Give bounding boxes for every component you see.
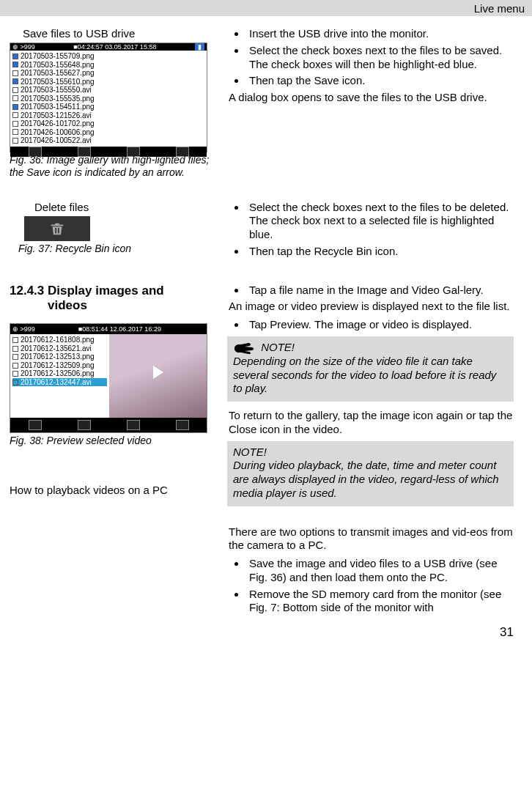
checkbox-icon (12, 87, 18, 93)
file-name: 20170426-101702.png (21, 119, 95, 128)
sec1-after-text: A dialog box opens to save the files to … (229, 91, 514, 105)
file-name: 20170612-132509.png (21, 361, 95, 370)
file-row: 20170426-100606.png (12, 128, 107, 137)
note2-label: NOTE! (233, 446, 267, 458)
status-right: ▮ (195, 43, 204, 51)
fig37-bin (24, 216, 90, 241)
list-item: Insert the USB drive into the monitor. (246, 27, 514, 41)
file-name: 20170612-132513.png (21, 352, 95, 361)
select-all-icon (29, 420, 42, 430)
status-mid: ■08:51:44 12.06.2017 16:29 (35, 325, 204, 333)
fig38-file-list: 20170612-161808.png20170612-135621.avi20… (10, 334, 109, 418)
status-left: ⊕ >999 (12, 325, 35, 333)
fig37-caption: Fig. 37: Recycle Bin icon (10, 243, 210, 255)
checkbox-icon (12, 337, 18, 343)
playback-pc-title: How to playback videos on a PC (10, 484, 210, 498)
file-name: 20170612-161808.png (21, 336, 95, 344)
file-row: 20170612-132513.png (12, 352, 107, 361)
file-row: 20170426-100522.avi (12, 136, 107, 145)
save-files-title: Save files to USB drive (10, 27, 210, 40)
fig38-gallery: ⊕ >999 ■08:51:44 12.06.2017 16:29 201706… (10, 323, 207, 433)
fig38-footer (10, 418, 207, 432)
fig-38: ⊕ >999 ■08:51:44 12.06.2017 16:29 201706… (10, 323, 210, 447)
file-name: 20170503-155627.png (21, 69, 95, 78)
checkbox-icon (12, 112, 18, 118)
file-name: 20170503-121526.avi (21, 111, 92, 120)
trash-icon (127, 420, 140, 430)
sec3-after-a: An image or video preview is displayed n… (229, 300, 514, 314)
fig36-gallery: ⊕ >999 ■04:24:57 03.05.2017 15:58 ▮ 2017… (10, 43, 207, 152)
file-name: 20170503-155709.png (21, 52, 95, 61)
file-name: 20170503-155610.png (21, 78, 95, 86)
checkbox-icon (12, 121, 18, 127)
page-body: Save files to USB drive ⊕ >999 ■04:24:57… (0, 16, 532, 647)
file-row: 20170503-155709.png (12, 52, 107, 61)
checkbox-icon (12, 104, 18, 110)
file-row: 20170426-101702.png (12, 119, 107, 128)
list-item: Select the check boxes next to the files… (246, 201, 514, 242)
save-icon (78, 420, 91, 430)
sec3-bullet-list-b: Tap Preview. The image or video is displ… (218, 318, 514, 332)
heading-number: 12.4.3 (10, 284, 44, 298)
status-left: ⊕ >999 (12, 43, 35, 51)
fig36-caption: Fig. 36: Image gallery with high-lighted… (10, 154, 210, 179)
note2-body: During video playback, the date, time an… (233, 459, 499, 499)
file-name: 20170503-155550.avi (21, 86, 92, 95)
file-name: 20170612-135621.avi (21, 344, 92, 353)
recycle-bin-icon (49, 221, 65, 237)
file-row: 20170503-121526.avi (12, 111, 107, 120)
note1-body: Depending on the size of the video file … (233, 355, 496, 395)
file-row: 20170503-155648.png (12, 61, 107, 70)
file-row: 20170612-161808.png (12, 336, 107, 344)
file-row: 20170503-155535.png (12, 95, 107, 103)
fig36-file-list: 20170503-155709.png20170503-155648.png20… (10, 51, 109, 147)
file-name: 20170426-100522.avi (21, 136, 92, 145)
checkbox-icon (12, 62, 18, 67)
sec1-bullet-list: Insert the USB drive into the monitor.Se… (218, 27, 514, 88)
list-item: Then tap the Recycle Bin icon. (246, 245, 514, 259)
note1-label: NOTE! (261, 341, 295, 353)
checkbox-icon (12, 346, 18, 352)
sec3-bullet-list-c: Save the image and video files to a USB … (218, 557, 514, 615)
sec3-after-note1: To return to the gallery, tap the image … (229, 409, 514, 437)
list-item: Save the image and video files to a USB … (246, 557, 514, 585)
file-row: 20170503-155627.png (12, 69, 107, 78)
header-right-text: Live menu (474, 2, 525, 15)
delete-files-title: Delete files (10, 201, 210, 213)
checkbox-icon (12, 354, 18, 360)
sec3-bullet-list-a: Tap a file name in the Image and Video G… (218, 284, 514, 298)
section-save-files: Save files to USB drive ⊕ >999 ■04:24:57… (10, 27, 514, 179)
list-item: Tap Preview. The image or video is displ… (246, 318, 514, 332)
sec3-heading: 12.4.3 Display images and videos (10, 284, 210, 314)
file-row: 20170503-155610.png (12, 78, 107, 86)
list-item: Tap a file name in the Image and Video G… (246, 284, 514, 298)
close-icon (176, 420, 189, 430)
file-row: 20170612-132506.png (12, 369, 107, 378)
checkbox-icon (12, 363, 18, 369)
checkbox-icon (12, 129, 18, 135)
list-item: Then tap the Save icon. (246, 74, 514, 88)
heading-text: Display images and videos (48, 284, 187, 314)
fig36-status-bar: ⊕ >999 ■04:24:57 03.05.2017 15:58 ▮ (10, 43, 207, 51)
file-name: 20170503-155535.png (21, 95, 95, 103)
checkbox-icon (12, 70, 18, 76)
checkbox-icon (12, 371, 18, 377)
fig38-preview (109, 334, 207, 418)
section-display-images: 12.4.3 Display images and videos ⊕ >999 … (10, 284, 514, 619)
fig38-caption: Fig. 38: Preview selected video (10, 435, 210, 447)
list-item: Remove the SD memory card from the monit… (246, 588, 514, 616)
checkbox-icon (12, 53, 18, 59)
status-mid: ■04:24:57 03.05.2017 15:58 (35, 43, 195, 51)
checkbox-icon (12, 380, 18, 385)
page-number: 31 (10, 625, 514, 640)
checkbox-icon (12, 138, 18, 144)
checkbox-icon (12, 78, 18, 84)
file-name: 20170612-132506.png (21, 369, 95, 378)
file-row: 20170612-132447.avi (12, 378, 107, 387)
file-row: 20170612-135621.avi (12, 344, 107, 353)
sec2-bullet-list: Select the check boxes next to the files… (218, 201, 514, 259)
file-row: 20170612-132509.png (12, 361, 107, 370)
section-delete-files: Delete files Fig. 37: Recycle Bin icon S… (10, 201, 514, 262)
file-row: 20170503-155550.avi (12, 86, 107, 95)
file-row: 20170503-154511.png (12, 103, 107, 111)
